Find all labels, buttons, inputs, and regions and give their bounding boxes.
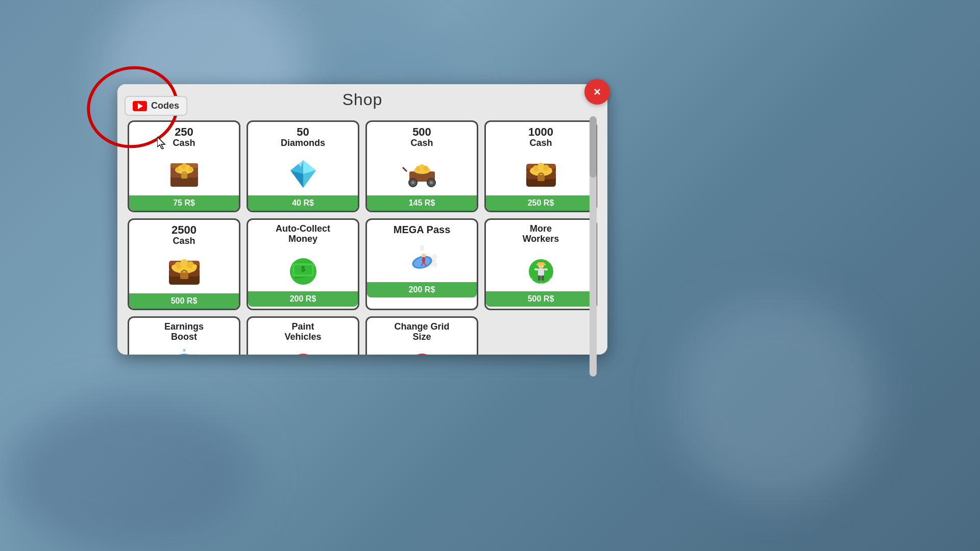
youtube-icon: [133, 101, 147, 111]
item-more-workers[interactable]: MoreWorkers: [484, 218, 597, 310]
item-1000-cash-image: [521, 153, 561, 193]
item-50-diamonds-title: 50Diamonds: [278, 122, 328, 151]
svg-rect-83: [534, 268, 538, 270]
svg-text:$: $: [301, 265, 305, 273]
svg-line-102: [312, 353, 314, 355]
bg-decoration-4: [674, 296, 878, 500]
item-mega-pass-price: 200 R$: [367, 282, 477, 297]
bg-decoration-3: [0, 398, 255, 551]
svg-point-112: [410, 354, 434, 355]
item-paint-vehicles[interactable]: PaintVehicles: [247, 316, 359, 355]
item-earnings-boost[interactable]: EarningsBoost: [128, 316, 240, 355]
item-auto-collect-image: $: [283, 248, 324, 289]
svg-point-64: [422, 254, 426, 258]
item-2500-cash-title: 2500Cash: [168, 220, 200, 248]
item-paint-vehicles-title: PaintVehicles: [281, 318, 324, 344]
svg-point-36: [548, 168, 552, 172]
svg-line-72: [550, 279, 552, 281]
item-500-cash[interactable]: 500Cash: [365, 120, 478, 212]
item-2500-cash[interactable]: 2500Cash: [128, 218, 240, 310]
item-250-cash-title: 250Cash: [169, 122, 198, 151]
item-mega-pass-image: [402, 239, 443, 280]
codes-button[interactable]: Codes: [125, 96, 187, 116]
item-50-diamonds-image: [283, 153, 324, 193]
item-change-grid[interactable]: Change GridSize: [365, 316, 478, 355]
item-auto-collect-price: 200 R$: [248, 291, 358, 307]
svg-point-46: [172, 265, 177, 270]
shop-window: Shop 250Cash: [117, 84, 607, 355]
item-500-cash-image: [402, 153, 443, 193]
item-250-cash-price: 75 R$: [129, 195, 239, 211]
item-500-cash-price: 145 R$: [367, 195, 477, 211]
item-earnings-boost-image: [164, 346, 205, 355]
item-change-grid-title: Change GridSize: [391, 318, 452, 344]
shop-header: Shop: [117, 84, 607, 115]
svg-point-26: [423, 166, 428, 171]
svg-rect-84: [544, 268, 548, 270]
svg-rect-82: [542, 276, 544, 281]
svg-point-20: [411, 181, 414, 184]
svg-rect-65: [422, 257, 425, 262]
item-more-workers-price: 500 R$: [486, 291, 596, 307]
svg-line-61: [431, 262, 436, 268]
item-50-diamonds[interactable]: 50Diamonds 40 R$: [247, 120, 359, 212]
svg-point-35: [530, 168, 534, 172]
svg-rect-80: [538, 268, 544, 276]
svg-rect-81: [538, 276, 541, 281]
item-250-cash[interactable]: 250Cash: [128, 120, 240, 212]
svg-rect-79: [536, 264, 546, 265]
svg-point-47: [192, 264, 197, 269]
item-1000-cash[interactable]: 1000Cash: [484, 120, 597, 212]
item-mega-pass-title: MEGA Pass: [390, 220, 454, 237]
codes-label: Codes: [151, 101, 179, 111]
shop-grid: 250Cash: [128, 120, 597, 355]
close-button[interactable]: ×: [584, 79, 610, 105]
svg-line-70: [550, 259, 552, 261]
svg-point-85: [172, 354, 197, 355]
svg-line-108: [292, 353, 295, 355]
shop-content[interactable]: 250Cash: [117, 115, 607, 355]
item-auto-collect[interactable]: Auto-CollectMoney $: [247, 218, 359, 310]
item-earnings-boost-title: EarningsBoost: [161, 318, 207, 344]
svg-rect-48: [180, 272, 188, 279]
scrollbar-thumb[interactable]: [590, 116, 597, 178]
svg-line-76: [530, 259, 532, 261]
play-triangle: [138, 103, 143, 109]
item-2500-cash-price: 500 R$: [129, 293, 239, 309]
svg-line-56: [313, 258, 315, 260]
item-500-cash-title: 500Cash: [407, 122, 436, 151]
item-auto-collect-title: Auto-CollectMoney: [273, 220, 333, 246]
item-250-cash-image: [164, 153, 205, 193]
item-1000-cash-price: 250 R$: [486, 195, 596, 211]
item-2500-cash-image: [164, 251, 205, 291]
svg-rect-37: [537, 175, 545, 181]
svg-point-21: [430, 181, 433, 184]
shop-title: Shop: [342, 90, 383, 109]
item-50-diamonds-price: 40 R$: [248, 195, 358, 211]
svg-line-74: [530, 279, 532, 281]
svg-rect-10: [181, 173, 187, 179]
item-more-workers-image: [521, 248, 561, 289]
item-more-workers-title: MoreWorkers: [520, 220, 562, 246]
item-1000-cash-title: 1000Cash: [525, 122, 556, 151]
svg-point-9: [189, 167, 193, 171]
svg-point-8: [176, 167, 180, 171]
item-change-grid-image: [402, 346, 443, 355]
item-mega-pass[interactable]: MEGA Pass: [365, 218, 478, 310]
item-paint-vehicles-image: [283, 346, 324, 355]
scrollbar-track[interactable]: [590, 116, 597, 377]
close-icon: ×: [594, 85, 601, 99]
svg-line-22: [403, 167, 407, 171]
